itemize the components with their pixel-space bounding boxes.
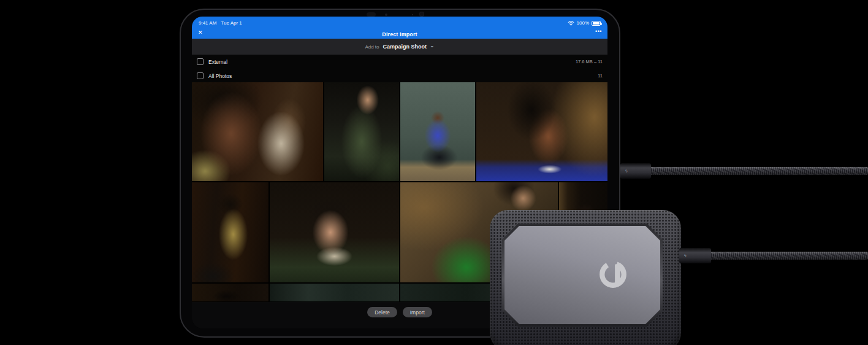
chevron-down-icon: ⌄ bbox=[430, 44, 435, 47]
close-button[interactable]: ✕ bbox=[198, 29, 203, 36]
source-label: External bbox=[208, 59, 571, 65]
front-camera-lens bbox=[419, 12, 424, 17]
album-selector[interactable]: Campaign Shoot ⌄ bbox=[383, 44, 435, 50]
thunderbolt-icon: ϟ bbox=[625, 169, 628, 173]
front-camera-module bbox=[367, 12, 376, 17]
import-button[interactable]: Import bbox=[403, 307, 432, 317]
wifi-icon bbox=[568, 20, 574, 26]
photo-thumbnail[interactable] bbox=[270, 284, 399, 301]
source-row-all-photos[interactable]: All Photos 11 bbox=[192, 69, 607, 83]
battery-icon bbox=[592, 21, 601, 26]
photo-thumbnail[interactable] bbox=[192, 82, 323, 181]
external-drive bbox=[490, 210, 681, 345]
thunderbolt-icon: ϟ bbox=[684, 254, 687, 258]
front-camera-dot bbox=[385, 14, 387, 16]
photo-thumbnail[interactable] bbox=[324, 82, 399, 181]
external-checkbox[interactable] bbox=[197, 58, 204, 65]
usb-connector-bottom: ϟ bbox=[679, 248, 711, 263]
source-label: All Photos bbox=[208, 73, 593, 79]
status-bar: 9:41 AM Tue Apr 1 100% bbox=[192, 17, 607, 28]
battery-percent: 100% bbox=[577, 20, 589, 26]
source-row-external[interactable]: External 17.6 MB – 11 bbox=[192, 55, 607, 69]
top-blue-bar: 9:41 AM Tue Apr 1 100% bbox=[192, 17, 607, 39]
app-header: ✕ Direct import ••• bbox=[192, 28, 607, 40]
more-options-button[interactable]: ••• bbox=[595, 28, 602, 34]
add-to-label: Add to bbox=[365, 44, 379, 50]
photo-thumbnail[interactable] bbox=[192, 182, 268, 282]
source-meta: 17.6 MB – 11 bbox=[576, 59, 603, 64]
usb-connector-top: ϟ bbox=[620, 163, 651, 179]
page-title: Direct import bbox=[192, 31, 607, 37]
photo-thumbnail[interactable] bbox=[270, 182, 399, 282]
usb-cable-top bbox=[649, 167, 868, 175]
g-brand-logo-icon bbox=[598, 260, 628, 289]
status-date: Tue Apr 1 bbox=[221, 20, 242, 26]
photo-thumbnail[interactable] bbox=[476, 82, 607, 181]
drive-metal-plate bbox=[504, 226, 660, 324]
photo-thumbnail[interactable] bbox=[400, 82, 475, 181]
photo-thumbnail[interactable] bbox=[192, 284, 268, 301]
add-to-bar: Add to Campaign Shoot ⌄ bbox=[192, 39, 607, 55]
delete-button[interactable]: Delete bbox=[367, 307, 397, 317]
bezel-sensor-dot bbox=[412, 14, 413, 15]
source-meta: 11 bbox=[598, 73, 603, 79]
status-time: 9:41 AM bbox=[199, 20, 216, 26]
source-list: External 17.6 MB – 11 All Photos 11 bbox=[192, 55, 607, 82]
all-photos-checkbox[interactable] bbox=[197, 72, 204, 79]
usb-cable-bottom bbox=[709, 252, 868, 260]
selected-album: Campaign Shoot bbox=[383, 44, 427, 50]
